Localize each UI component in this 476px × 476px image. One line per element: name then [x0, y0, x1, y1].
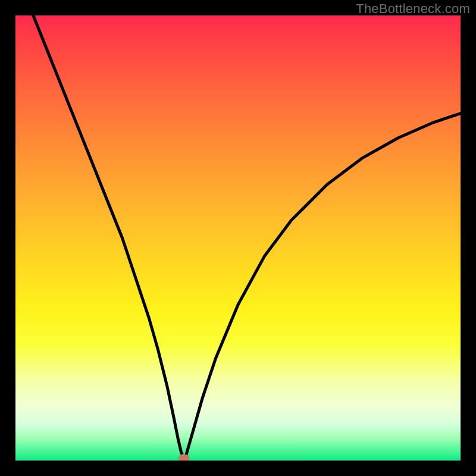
chart-stage: TheBottleneck.com	[0, 0, 476, 476]
watermark-text: TheBottleneck.com	[356, 1, 470, 17]
chart-frame	[0, 0, 476, 476]
